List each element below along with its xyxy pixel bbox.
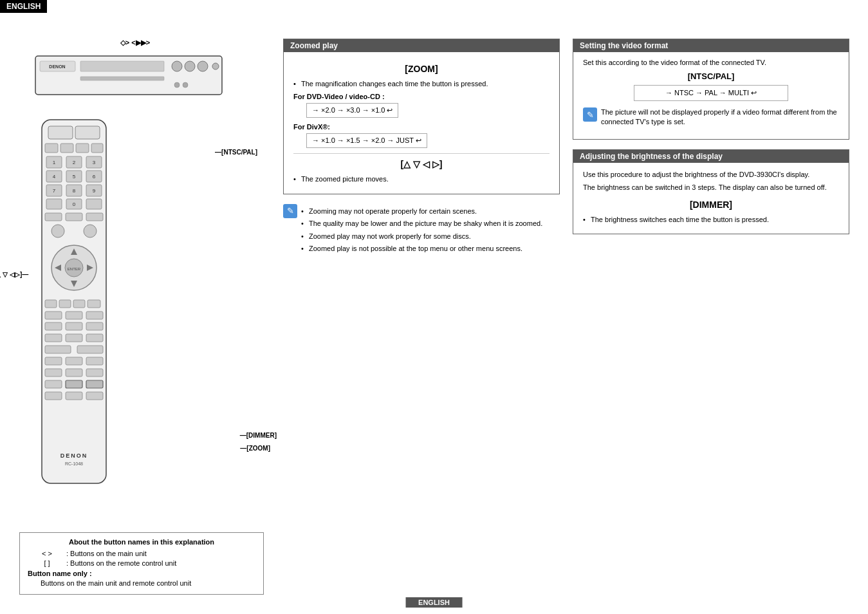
svg-point-44	[84, 225, 97, 237]
svg-point-8	[212, 63, 219, 70]
video-format-note: The picture will not be displayed proper…	[601, 107, 839, 127]
svg-rect-61	[86, 322, 103, 330]
legend-row-3-desc: Buttons on the main unit and remote cont…	[28, 579, 255, 587]
zoomed-play-column: Zoomed play [ZOOM] The magnification cha…	[283, 39, 560, 261]
nav-desc: The zoomed picture moves.	[293, 174, 549, 184]
svg-rect-17	[91, 144, 103, 153]
svg-rect-58	[86, 312, 103, 319]
main-unit-illustration: DENON	[19, 50, 238, 101]
left-device-section: ◇> <▶▶> DENON —[NTSC/PAL]	[19, 39, 238, 490]
divx-flow-diagram: → ×1.0 → ×1.5 → ×2.0 → JUST ↩	[306, 133, 427, 148]
dimmer-remote-label: —[DIMMER]	[240, 432, 277, 439]
legend-desc-3: Buttons on the main unit and remote cont…	[41, 579, 191, 587]
svg-rect-67	[45, 357, 62, 365]
svg-rect-14	[45, 144, 58, 153]
svg-text:3: 3	[93, 160, 96, 165]
svg-rect-66	[77, 346, 103, 353]
video-format-intro: Set this according to the video format o…	[583, 59, 839, 66]
zoomed-play-content: [ZOOM] The magnification changes each ti…	[284, 52, 559, 194]
brightness-section: Adjusting the brightness of the display …	[573, 149, 849, 234]
divx-flow-item: → ×1.0 → ×1.5 → ×2.0 → JUST ↩	[312, 136, 421, 145]
svg-rect-16	[76, 144, 89, 153]
legend-row-1: < > : Buttons on the main unit	[28, 550, 255, 557]
zoom-button-label: [ZOOM]	[293, 64, 549, 74]
brightness-title: Adjusting the brightness of the display	[573, 150, 849, 163]
legend-desc-1: : Buttons on the main unit	[66, 550, 147, 557]
zoom-note-icon: ✎	[283, 204, 297, 218]
svg-rect-12	[48, 126, 73, 139]
svg-text:0: 0	[73, 201, 76, 207]
svg-rect-60	[66, 322, 82, 330]
svg-rect-63	[66, 334, 82, 342]
video-format-content: Set this according to the video format o…	[573, 52, 849, 139]
brightness-content: Use this procedure to adjust the brightn…	[573, 163, 849, 234]
video-note-icon: ✎	[583, 107, 597, 122]
svg-rect-3	[80, 61, 164, 71]
legend-row3-label: Button name only :	[28, 570, 92, 577]
svg-text:8: 8	[73, 188, 76, 194]
legend-symbol-2: [ ]	[28, 559, 66, 567]
svg-rect-64	[86, 334, 103, 342]
svg-rect-13	[75, 126, 100, 139]
legend-row-3: Button name only :	[28, 570, 255, 577]
svg-rect-68	[66, 357, 82, 365]
svg-rect-78	[86, 392, 103, 400]
svg-point-10	[183, 82, 188, 88]
svg-text:2: 2	[73, 160, 76, 165]
ntsc-pal-button-label: [NTSC/PAL]	[583, 71, 839, 81]
svg-rect-15	[60, 144, 73, 153]
svg-point-9	[174, 82, 180, 88]
zoomed-play-title: Zoomed play	[284, 39, 559, 52]
nav-button-label: [△ ▽ ◁ ▷]	[293, 159, 549, 169]
dvd-flow-item: → ×2.0 → ×3.0 → ×1.0 ↩	[312, 106, 392, 115]
svg-point-43	[51, 225, 64, 237]
svg-rect-56	[45, 312, 62, 319]
svg-rect-59	[45, 322, 62, 330]
video-format-note-box: ✎ The picture will not be displayed prop…	[583, 107, 839, 127]
svg-rect-65	[45, 346, 71, 353]
svg-rect-75	[86, 380, 103, 388]
svg-rect-52	[45, 300, 57, 308]
svg-text:1: 1	[53, 160, 56, 165]
zoom-note-4: Zoomed play is not possible at the top m…	[301, 244, 542, 254]
legend-box: About the button names in this explanati…	[19, 532, 264, 595]
zoom-notes-list: Zooming may not operate properly for cer…	[301, 204, 542, 257]
zoom-notes: ✎ Zooming may not operate properly for c…	[283, 204, 560, 257]
svg-text:9: 9	[93, 188, 96, 194]
legend-row-2: [ ] : Buttons on the remote control unit	[28, 559, 255, 567]
svg-rect-62	[45, 334, 62, 342]
video-format-title: Setting the video format	[573, 39, 849, 52]
brightness-intro2: The brightness can be switched in 3 step…	[583, 182, 839, 193]
svg-rect-57	[66, 312, 82, 319]
ntsc-flow-items: → NTSC → PAL → MULTI ↩	[665, 89, 757, 97]
svg-point-6	[185, 61, 195, 71]
svg-rect-42	[86, 213, 103, 221]
svg-rect-74	[66, 380, 82, 388]
svg-rect-4	[80, 77, 164, 80]
remote-section: —[NTSC/PAL] [△ ▽ ◁▷]— —[DIMMER] —[ZOOM]	[32, 116, 238, 490]
svg-text:6: 6	[93, 174, 96, 180]
svg-rect-40	[45, 213, 62, 221]
header-language-label: ENGLISH	[0, 0, 47, 13]
zoom-note-3: Zoomed play may not work properly for so…	[301, 232, 542, 241]
svg-rect-69	[86, 357, 103, 365]
zoomed-play-section: Zoomed play [ZOOM] The magnification cha…	[283, 39, 560, 194]
svg-rect-39	[86, 199, 102, 209]
zoom-note-icon-box: ✎ Zooming may not operate properly for c…	[283, 204, 560, 257]
dvd-flow-diagram: → ×2.0 → ×3.0 → ×1.0 ↩	[306, 103, 398, 118]
divx-label: For DivX®:	[293, 123, 549, 131]
ntsc-pal-remote-label: —[NTSC/PAL]	[215, 149, 257, 156]
svg-rect-71	[66, 369, 82, 377]
ntsc-flow-diagram: → NTSC → PAL → MULTI ↩	[634, 85, 788, 101]
svg-rect-76	[45, 392, 62, 400]
legend-desc-2: : Buttons on the remote control unit	[66, 559, 176, 567]
svg-text:5: 5	[73, 174, 76, 180]
zoom-remote-label: —[ZOOM]	[240, 445, 270, 452]
main-two-col: Zoomed play [ZOOM] The magnification cha…	[283, 39, 849, 261]
brightness-intro1: Use this procedure to adjust the brightn…	[583, 169, 839, 180]
nav-remote-label: [△ ▽ ◁▷]—	[0, 271, 28, 278]
zoom-note-2: The quality may be lower and the picture…	[301, 219, 542, 228]
svg-rect-36	[46, 199, 62, 209]
svg-point-7	[198, 61, 208, 71]
footer-language-label: ENGLISH	[405, 597, 463, 608]
